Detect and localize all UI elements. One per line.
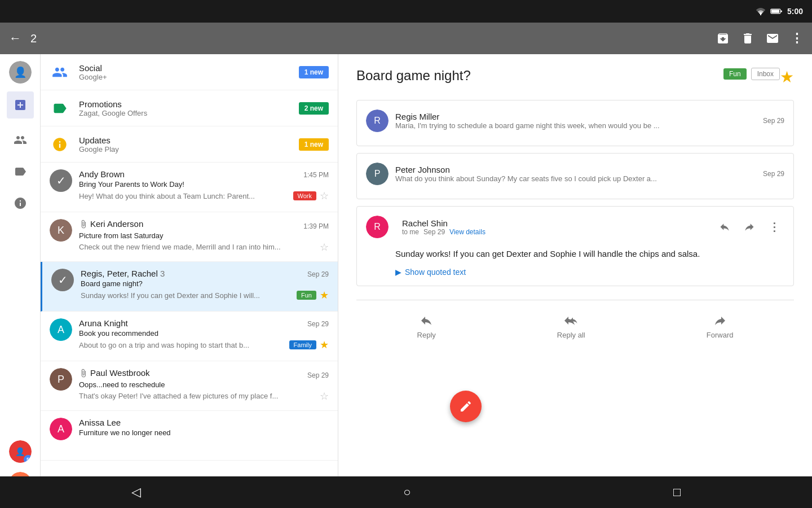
back-button[interactable]: ←	[9, 31, 21, 46]
regis-thread-preview: Sunday works! If you can get Dexter and …	[81, 291, 293, 300]
archive-icon[interactable]	[716, 32, 730, 45]
nav-people[interactable]	[7, 126, 34, 154]
attachment-icon-keri	[79, 220, 88, 229]
anissa-avatar: A	[50, 418, 72, 440]
svg-rect-3	[780, 10, 782, 12]
email-item-regis-thread[interactable]: ✓ Regis, Peter, Rachel 3 Sep 29 Board ga…	[41, 262, 338, 312]
regis-thread-sender: Regis, Peter, Rachel 3	[81, 269, 165, 278]
email-item-aruna[interactable]: A Aruna Knight Sep 29 Book you recommend…	[41, 312, 338, 361]
reply-icon-btn[interactable]	[714, 217, 735, 237]
status-bar: 5:00	[0, 0, 812, 23]
selected-count: 2	[30, 32, 37, 45]
forward-icon-btn[interactable]	[739, 217, 760, 237]
rachel-body-text: Sunday works! If you can get Dexter and …	[395, 247, 784, 261]
updates-sub: Google Play	[79, 145, 299, 154]
reply-label: Reply	[417, 331, 436, 339]
rachel-sender-name: Rachel Shin	[402, 218, 714, 228]
detail-title: Board game night?	[356, 68, 717, 84]
nav-labels[interactable]	[7, 158, 34, 185]
rachel-to: to me	[402, 228, 419, 236]
andy-subject: Bring Your Parents to Work Day!	[79, 180, 329, 189]
delete-icon[interactable]	[741, 32, 754, 45]
rachel-date: Sep 29	[423, 228, 445, 236]
regis-thread-avatar-detail: R	[366, 110, 389, 132]
thread-peter[interactable]: P Peter Johnson What do you think about …	[356, 153, 794, 199]
email-item-keri[interactable]: K Keri Anderson 1:39 PM Picture from las…	[41, 212, 338, 262]
detail-tag-fun: Fun	[723, 68, 747, 80]
view-details-link[interactable]: View details	[449, 228, 486, 236]
regis-preview: Maria, I'm trying to schedule a board ga…	[395, 121, 763, 130]
andy-tag: Work	[293, 191, 316, 200]
aruna-subject: Book you recommended	[79, 329, 329, 338]
rachel-body: Sunday works! If you can get Dexter and …	[357, 247, 793, 286]
peter-date: Sep 29	[763, 170, 784, 178]
updates-info: Updates Google Play	[79, 135, 299, 154]
email-detail-panel: Board game night? Fun Inbox ★ R Regis Mi…	[338, 54, 812, 508]
anissa-content: Anissa Lee Furniture we no longer need	[79, 418, 329, 438]
aruna-time: Sep 29	[307, 320, 329, 328]
recents-nav-button[interactable]: □	[655, 480, 699, 504]
quoted-label: Show quoted text	[405, 268, 466, 277]
detail-header: Board game night? Fun Inbox ★	[356, 68, 794, 86]
paul-preview: That's okay Peter! I've attached a few p…	[79, 392, 316, 400]
category-promotions[interactable]: Promotions Zagat, Google Offers 2 new	[41, 90, 338, 126]
aruna-tag: Family	[289, 340, 316, 349]
email-item-paul[interactable]: P Paul Westbrook Sep 29 Oops...need to r…	[41, 361, 338, 411]
keri-sender: Keri Anderson	[90, 219, 143, 229]
detail-tag-inbox: Inbox	[751, 68, 780, 80]
email-item-anissa[interactable]: A Anissa Lee Furniture we no longer need	[41, 411, 338, 461]
category-updates[interactable]: Updates Google Play 1 new	[41, 126, 338, 163]
social-name: Social	[79, 63, 299, 73]
rachel-sender-info: Rachel Shin to me Sep 29 View details	[402, 218, 714, 236]
email-item-andy[interactable]: ✓ Andy Brown 1:45 PM Bring Your Parents …	[41, 163, 338, 212]
show-quoted-text[interactable]: ▶ Show quoted text	[395, 268, 784, 277]
forward-button[interactable]: Forward	[693, 309, 747, 344]
wifi-icon	[756, 7, 766, 15]
reply-button[interactable]: Reply	[404, 309, 449, 344]
andy-avatar: ✓	[50, 169, 72, 192]
email-icon[interactable]	[766, 32, 779, 45]
more-thread-btn[interactable]: ⋮	[764, 217, 784, 237]
aruna-avatar: A	[50, 318, 72, 341]
regis-thread-star[interactable]: ★	[320, 289, 329, 301]
account-avatar-1[interactable]: 👤 5	[9, 440, 32, 463]
toolbar: ← 2 ⋮	[0, 23, 812, 54]
nav-info[interactable]	[7, 190, 34, 217]
more-button[interactable]: ⋮	[791, 31, 803, 46]
thread-actions: ⋮	[714, 217, 784, 237]
regis-thread-avatar: ✓	[51, 269, 74, 291]
promotions-info: Promotions Zagat, Google Offers	[79, 99, 299, 117]
peter-preview: What do you think about Sunday? My car s…	[395, 174, 763, 183]
social-badge: 1 new	[299, 66, 329, 78]
reply-all-button[interactable]: Reply all	[544, 309, 599, 344]
keri-star[interactable]: ☆	[320, 241, 329, 253]
detail-tags: Fun Inbox	[723, 68, 780, 80]
paul-content: Paul Westbrook Sep 29 Oops...need to res…	[79, 368, 329, 402]
user-avatar[interactable]: 👤	[9, 61, 32, 84]
bottom-nav: ◁ ○ □	[0, 476, 812, 508]
regis-date: Sep 29	[763, 117, 784, 125]
peter-sender-name: Peter Johnson	[395, 165, 763, 174]
back-nav-button[interactable]: ◁	[113, 480, 159, 504]
nav-inbox[interactable]	[7, 91, 34, 119]
social-info: Social Google+	[79, 63, 299, 81]
category-social[interactable]: Social Google+ 1 new	[41, 54, 338, 90]
thread-rachel: R Rachel Shin to me Sep 29 View details	[356, 206, 794, 286]
andy-preview: Hey! What do you think about a Team Lunc…	[79, 192, 290, 200]
aruna-star[interactable]: ★	[320, 339, 329, 351]
social-sub: Google+	[79, 73, 299, 81]
status-bar-icons: 5:00	[756, 7, 803, 16]
detail-star[interactable]: ★	[780, 68, 794, 86]
time-display: 5:00	[787, 7, 803, 16]
keri-content: Keri Anderson 1:39 PM Picture from last …	[79, 219, 329, 253]
peter-sender-info: Peter Johnson What do you think about Su…	[395, 165, 763, 183]
paul-avatar: P	[50, 368, 72, 391]
thread-regis[interactable]: R Regis Miller Maria, I'm trying to sche…	[356, 100, 794, 146]
andy-content: Andy Brown 1:45 PM Bring Your Parents to…	[79, 169, 329, 202]
paul-star[interactable]: ☆	[320, 390, 329, 402]
home-nav-button[interactable]: ○	[385, 480, 429, 504]
andy-star[interactable]: ☆	[320, 190, 329, 202]
promotions-badge: 2 new	[299, 102, 329, 115]
forward-label: Forward	[707, 331, 734, 339]
rachel-avatar-detail: R	[366, 216, 389, 238]
